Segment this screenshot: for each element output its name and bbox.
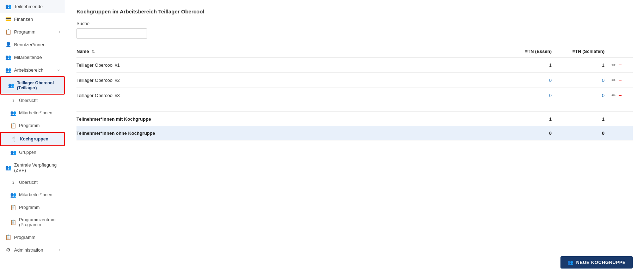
summary-tn-schlafen: 0: [559, 131, 612, 136]
col-tn-essen-header: ≡TN (Essen): [506, 49, 559, 54]
finanzen-icon: 💳: [5, 16, 11, 22]
sidebar-item-programm-top[interactable]: 📋 Programm ‹: [0, 25, 65, 38]
mitarbeiterinnen-icon: 👥: [10, 110, 16, 116]
search-label: Suche: [76, 21, 633, 26]
table-row: Teillager Obercool #1 1 1 ✏ –: [76, 58, 633, 73]
sidebar-item-label: Administration: [14, 247, 43, 253]
teilnehmende-icon: 👥: [5, 4, 11, 9]
kochgruppen-icon: 🍴: [11, 136, 17, 142]
sidebar-item-label: Mitarbeiter*innen: [19, 110, 53, 115]
sort-icon: ⇅: [92, 49, 95, 54]
sidebar-item-benutzerinnen[interactable]: 👤 Benutzer*innen: [0, 38, 65, 51]
administration-icon: ⚙: [5, 247, 11, 253]
sidebar-item-programm-bottom[interactable]: 📋 Programm: [0, 231, 65, 243]
neue-kochgruppe-button[interactable]: 👥 NEUE KOCHGRUPPE: [560, 256, 633, 269]
row-name: Teillager Obercool #2: [76, 78, 506, 83]
sidebar-item-programmzentrum[interactable]: 📋 Programmzentrum (Programm: [0, 214, 65, 231]
summary-label: Teilnehmer*innen ohne Kochgruppe: [76, 131, 506, 136]
programm-bottom-icon: 📋: [5, 234, 11, 240]
sidebar: 👥 Teilnehmende 💳 Finanzen 📋 Programm ‹ 👤…: [0, 0, 65, 277]
summary-tn-schlafen: 1: [559, 116, 612, 122]
edit-button[interactable]: ✏: [612, 77, 616, 83]
sidebar-item-label: Programm: [14, 235, 36, 240]
row-tn-schlafen: 0: [559, 78, 612, 83]
sidebar-item-kochgruppen[interactable]: 🍴 Kochgruppen: [0, 132, 65, 146]
sidebar-item-label: Mitarbeitende: [14, 55, 42, 60]
row-actions: ✏ –: [612, 62, 633, 68]
row-tn-essen: 0: [506, 78, 559, 83]
sidebar-item-mitarbeitende[interactable]: 👥 Mitarbeitende: [0, 51, 65, 64]
sidebar-item-ubersicht2[interactable]: ℹ Übersicht: [0, 176, 65, 188]
table-row: Teillager Obercool #3 0 0 ✏ –: [76, 88, 633, 103]
zvp-icon: 👥: [5, 165, 11, 170]
row-name: Teillager Obercool #3: [76, 93, 506, 98]
sidebar-item-label: Teilnehmende: [14, 4, 43, 9]
ubersicht-icon: ℹ: [10, 98, 16, 103]
gruppen-icon: 👥: [10, 150, 16, 155]
table: Name ⇅ ≡TN (Essen) ≡TN (Schlafen) Teilla…: [76, 46, 633, 140]
row-actions: ✏ –: [612, 77, 633, 83]
row-tn-essen: 0: [506, 93, 559, 98]
sidebar-item-label: Mitarbeiter*innen: [19, 192, 53, 197]
delete-button[interactable]: –: [619, 77, 622, 83]
summary-row-ohne-kochgruppe: Teilnehmer*innen ohne Kochgruppe 0 0: [76, 126, 633, 140]
edit-button[interactable]: ✏: [612, 92, 616, 98]
sidebar-item-finanzen[interactable]: 💳 Finanzen: [0, 13, 65, 25]
sidebar-item-administration[interactable]: ⚙ Administration ‹: [0, 243, 65, 256]
summary-tn-essen: 0: [506, 131, 559, 136]
row-tn-schlafen: 0: [559, 93, 612, 98]
sidebar-item-label: Übersicht: [19, 98, 38, 103]
col-name-header: Name ⇅: [76, 49, 506, 54]
row-actions: ✏ –: [612, 92, 633, 98]
sidebar-item-mitarbeiterinnen2[interactable]: 👥 Mitarbeiter*innen: [0, 188, 65, 201]
programm-icon: 📋: [5, 29, 11, 35]
edit-button[interactable]: ✏: [612, 62, 616, 68]
sidebar-item-zentrale-verpflegung[interactable]: 👥 Zentrale Verpflegung (ZVP): [0, 159, 65, 176]
chevron-left-icon: ‹: [59, 248, 60, 252]
search-input[interactable]: [76, 28, 147, 39]
row-name: Teillager Obercool #1: [76, 62, 506, 68]
table-header: Name ⇅ ≡TN (Essen) ≡TN (Schlafen): [76, 46, 633, 58]
sidebar-item-label: Benutzer*innen: [14, 42, 45, 47]
programm-sub-icon: 📋: [10, 123, 16, 128]
sidebar-item-gruppen[interactable]: 👥 Gruppen: [0, 146, 65, 159]
table-row: Teillager Obercool #2 0 0 ✏ –: [76, 73, 633, 88]
summary-section: Teilnehmer*innen mit Kochgruppe 1 1 Teil…: [76, 112, 633, 140]
sidebar-item-label: Programm: [19, 123, 39, 128]
sidebar-item-label: Programm: [19, 205, 39, 210]
sidebar-item-mitarbeiterinnen[interactable]: 👥 Mitarbeiter*innen: [0, 107, 65, 119]
sidebar-item-label: Programmzentrum (Programm: [19, 217, 60, 227]
sidebar-item-teilnehmende[interactable]: 👥 Teilnehmende: [0, 0, 65, 13]
sidebar-item-label: Arbeitsbereich: [14, 67, 43, 73]
ubersicht2-icon: ℹ: [10, 180, 16, 185]
neue-kochgruppe-icon: 👥: [568, 260, 574, 265]
sidebar-item-ubersicht[interactable]: ℹ Übersicht: [0, 95, 65, 107]
programmzentrum-icon: 📋: [10, 219, 16, 225]
sidebar-item-programm-zvp[interactable]: 📋 Programm: [0, 201, 65, 214]
mitarbeitende-icon: 👥: [5, 54, 11, 60]
sidebar-item-label: Finanzen: [14, 17, 33, 22]
sidebar-item-label: Kochgruppen: [20, 137, 48, 141]
sidebar-item-arbeitsbereich[interactable]: 👥 Arbeitsbereich ∨: [0, 64, 65, 76]
row-tn-essen: 1: [506, 62, 559, 68]
chevron-down-icon: ∨: [57, 68, 60, 72]
delete-button[interactable]: –: [619, 62, 622, 68]
sidebar-item-label: Übersicht: [19, 180, 38, 185]
row-tn-schlafen: 1: [559, 62, 612, 68]
delete-button[interactable]: –: [619, 92, 622, 98]
main-wrapper: Kochgruppen im Arbeitsbereich Teillager …: [65, 0, 644, 277]
sidebar-item-label: Programm: [14, 29, 36, 35]
chevron-icon: ‹: [59, 30, 60, 34]
teillager-icon: 👥: [8, 83, 14, 88]
col-tn-schlafen-header: ≡TN (Schlafen): [559, 49, 612, 54]
sidebar-item-label: Teillager Obercool (Teillager): [17, 80, 59, 90]
benutzerinnen-icon: 👤: [5, 42, 11, 47]
main-content: Kochgruppen im Arbeitsbereich Teillager …: [65, 0, 644, 277]
sidebar-item-label: Gruppen: [19, 150, 36, 155]
mitarbeiterinnen2-icon: 👥: [10, 192, 16, 198]
summary-row-mit-kochgruppe: Teilnehmer*innen mit Kochgruppe 1 1: [76, 112, 633, 126]
arbeitsbereich-icon: 👥: [5, 67, 11, 73]
sidebar-item-teillager-obercool[interactable]: 👥 Teillager Obercool (Teillager): [0, 76, 65, 95]
sidebar-item-programm-sub[interactable]: 📋 Programm: [0, 119, 65, 132]
sidebar-item-label: Zentrale Verpflegung (ZVP): [14, 162, 60, 173]
